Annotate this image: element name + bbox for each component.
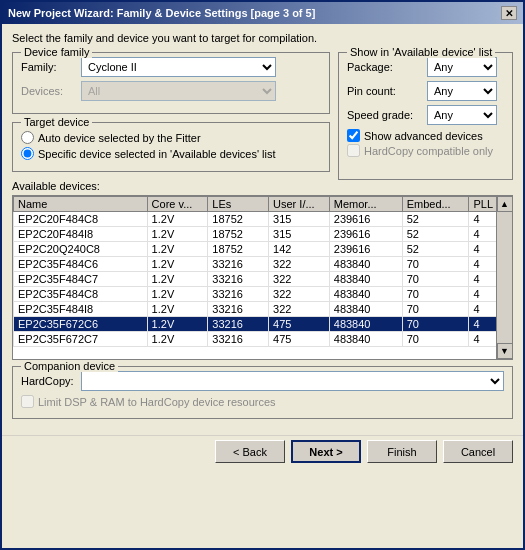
table-row[interactable]: EP2C35F484C81.2V33216322483840704 [14,287,512,302]
device-table: Name Core v... LEs User I/... Memor... E… [13,196,512,347]
table-row[interactable]: EP2C35F672C71.2V33216475483840704 [14,332,512,347]
back-button[interactable]: < Back [215,440,285,463]
show-advanced-row: Show advanced devices [347,129,504,142]
top-row: Device family Family: Cyclone II Devices… [12,52,513,180]
radio-auto-row: Auto device selected by the Fitter [21,131,321,144]
target-device-group: Target device Auto device selected by th… [12,122,330,172]
family-row: Family: Cyclone II [21,57,321,77]
table-header-row: Name Core v... LEs User I/... Memor... E… [14,197,512,212]
devices-select: All [81,81,276,101]
main-window: New Project Wizard: Family & Device Sett… [0,0,525,550]
table-row[interactable]: EP2C20F484C81.2V18752315239616524 [14,212,512,227]
hardcopy-compat-label: HardCopy compatible only [364,145,493,157]
hardcopy-compat-checkbox [347,144,360,157]
package-select[interactable]: Any [427,57,497,77]
pin-count-row: Pin count: Any [347,81,504,101]
hardcopy-compat-row: HardCopy compatible only [347,144,504,157]
pin-count-label: Pin count: [347,85,427,97]
col-mem: Memor... [329,197,402,212]
finish-button[interactable]: Finish [367,440,437,463]
window-title: New Project Wizard: Family & Device Sett… [8,7,315,19]
limit-dsp-row: Limit DSP & RAM to HardCopy device resou… [21,395,504,408]
next-button[interactable]: Next > [291,440,361,463]
table-row[interactable]: EP2C35F484C71.2V33216322483840704 [14,272,512,287]
target-device-label: Target device [21,116,92,128]
col-user: User I/... [269,197,330,212]
family-select[interactable]: Cyclone II [81,57,276,77]
scroll-down-btn[interactable]: ▼ [497,343,513,359]
col-name: Name [14,197,148,212]
package-label: Package: [347,61,427,73]
close-button[interactable]: ✕ [501,6,517,20]
device-table-body: EP2C20F484C81.2V18752315239616524EP2C20F… [14,212,512,347]
radio-specific-label: Specific device selected in 'Available d… [38,148,276,160]
available-label: Available devices: [12,180,513,192]
device-family-group: Device family Family: Cyclone II Devices… [12,52,330,114]
radio-group: Auto device selected by the Fitter Speci… [21,131,321,160]
scroll-right-btn[interactable]: ► [496,360,512,361]
companion-device-label: Companion device [21,360,118,372]
radio-specific-row: Specific device selected in 'Available d… [21,147,321,160]
hardcopy-field-label: HardCopy: [21,375,81,387]
radio-specific[interactable] [21,147,34,160]
radio-auto-label: Auto device selected by the Fitter [38,132,201,144]
speed-grade-select[interactable]: Any [427,105,497,125]
device-family-label: Device family [21,46,92,58]
show-available-label: Show in 'Available device' list [347,46,495,58]
show-available-group: Show in 'Available device' list Package:… [338,52,513,180]
table-scroll-area[interactable]: Name Core v... LEs User I/... Memor... E… [13,196,512,359]
show-advanced-label: Show advanced devices [364,130,483,142]
radio-auto[interactable] [21,131,34,144]
table-row[interactable]: EP2C35F484I81.2V33216322483840704 [14,302,512,317]
col-emb: Embed... [402,197,469,212]
titlebar: New Project Wizard: Family & Device Sett… [2,2,523,24]
page-subtitle: Select the family and device you want to… [12,32,513,44]
device-table-container: Name Core v... LEs User I/... Memor... E… [12,195,513,360]
package-row: Package: Any [347,57,504,77]
bottom-buttons: < Back Next > Finish Cancel [2,435,523,471]
family-field-label: Family: [21,61,81,73]
table-row[interactable]: EP2C35F672C61.2V33216475483840704 [14,317,512,332]
speed-grade-row: Speed grade: Any [347,105,504,125]
show-advanced-checkbox[interactable] [347,129,360,142]
cancel-button[interactable]: Cancel [443,440,513,463]
companion-device-group: Companion device HardCopy: Limit DSP & R… [12,366,513,419]
limit-dsp-label: Limit DSP & RAM to HardCopy device resou… [38,396,276,408]
scroll-up-btn[interactable]: ▲ [497,196,513,212]
devices-field-label: Devices: [21,85,81,97]
speed-grade-label: Speed grade: [347,109,427,121]
vertical-scrollbar[interactable]: ▲ ▼ [496,196,512,359]
pin-count-select[interactable]: Any [427,81,497,101]
available-section: Available devices: Name Core v... LEs Us… [12,180,513,360]
col-le: LEs [208,197,269,212]
content-area: Select the family and device you want to… [2,24,523,435]
hardcopy-select[interactable] [81,371,504,391]
hardcopy-row: HardCopy: [21,371,504,391]
table-row[interactable]: EP2C20Q240C81.2V18752142239616524 [14,242,512,257]
table-row[interactable]: EP2C20F484I81.2V18752315239616524 [14,227,512,242]
devices-row: Devices: All [21,81,321,101]
col-core: Core v... [147,197,208,212]
left-column: Device family Family: Cyclone II Devices… [12,52,330,180]
limit-dsp-checkbox [21,395,34,408]
table-row[interactable]: EP2C35F484C61.2V33216322483840704 [14,257,512,272]
